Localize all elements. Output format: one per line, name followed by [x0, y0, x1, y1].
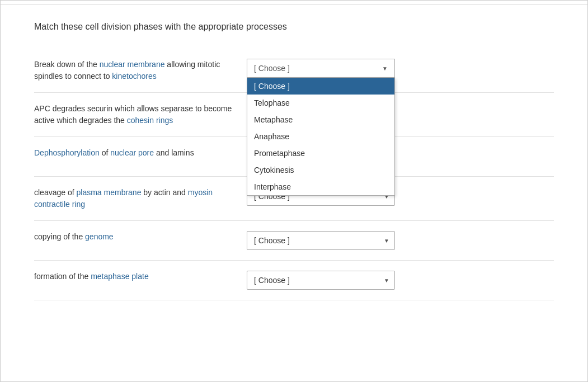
dropdown-trigger-1[interactable]: [ Choose ] ▼	[247, 59, 395, 78]
question-text-2: APC degrades securin which allows separa…	[34, 103, 247, 126]
chevron-down-icon: ▼	[382, 65, 388, 72]
question-text-3: Dephosphorylation of nuclear pore and la…	[34, 147, 247, 159]
dropdown-wrapper-6[interactable]: [ Choose ] Telophase Metaphase Anaphase …	[247, 271, 395, 290]
dropdown-select-6[interactable]: [ Choose ] Telophase Metaphase Anaphase …	[247, 271, 395, 290]
dropdown-trigger-text-1: [ Choose ]	[254, 64, 290, 73]
dropdown-open-1[interactable]: [ Choose ] ▼ [ Choose ] Telophase Metaph…	[247, 59, 395, 78]
question-text-5: copying of the genome	[34, 231, 247, 243]
dropdown-option-metaphase[interactable]: Metaphase	[247, 111, 394, 128]
content-area: Match these cell division phases with th…	[1, 5, 587, 317]
question-row-1: Break down of the nuclear membrane allow…	[34, 49, 554, 93]
page-title: Match these cell division phases with th…	[34, 22, 554, 32]
question-text-4: cleavage of plasma membrane by actin and…	[34, 187, 247, 210]
dropdown-select-5[interactable]: [ Choose ] Telophase Metaphase Anaphase …	[247, 231, 395, 250]
dropdown-option-interphase[interactable]: Interphase	[247, 178, 394, 195]
dropdown-option-anaphase[interactable]: Anaphase	[247, 128, 394, 145]
question-row-5: copying of the genome [ Choose ] Telopha…	[34, 221, 554, 261]
top-bar	[1, 1, 587, 5]
dropdown-option-prometaphase[interactable]: Prometaphase	[247, 145, 394, 162]
dropdown-option-choose[interactable]: [ Choose ]	[247, 78, 394, 95]
dropdown-list-1: [ Choose ] Telophase Metaphase Anaphase …	[247, 78, 395, 196]
dropdown-option-telophase[interactable]: Telophase	[247, 95, 394, 111]
page-container: Match these cell division phases with th…	[0, 0, 588, 382]
dropdown-wrapper-5[interactable]: [ Choose ] Telophase Metaphase Anaphase …	[247, 231, 395, 250]
question-row-6: formation of the metaphase plate [ Choos…	[34, 261, 554, 300]
question-text-1: Break down of the nuclear membrane allow…	[34, 59, 247, 82]
dropdown-option-cytokinesis[interactable]: Cytokinesis	[247, 162, 394, 178]
question-text-6: formation of the metaphase plate	[34, 271, 247, 282]
